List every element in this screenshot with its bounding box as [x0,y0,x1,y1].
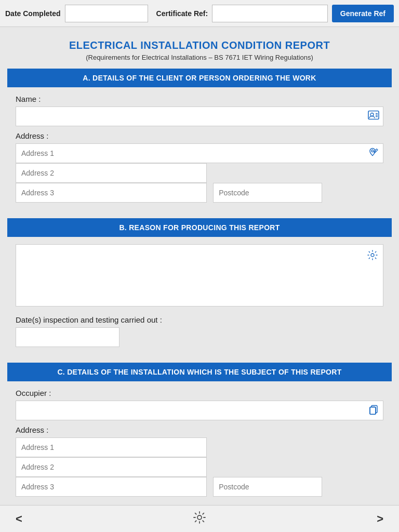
address1-input-c[interactable] [16,437,207,457]
reason-textarea[interactable] [16,244,383,307]
report-subtitle: (Requirements for Electrical Installatio… [7,54,392,61]
name-field-row: Name : [16,95,383,126]
report-title-block: ELECTRICAL INSTALLATION CONDITION REPORT [7,39,392,51]
section-c-body: Occupier : Address : [7,381,392,506]
section-b-header: B. REASON FOR PRODUCING THIS REPORT [7,218,392,237]
report-title: ELECTRICAL INSTALLATION CONDITION REPORT [7,39,392,51]
section-c-header: C. DETAILS OF THE INSTALLATION WHICH IS … [7,363,392,381]
date-completed-input[interactable] [65,5,148,22]
postcode-col-a [213,183,322,203]
nav-back-button[interactable]: < [16,512,22,526]
address1-input-a[interactable] [16,143,383,163]
name-label: Name : [16,95,383,103]
address3-postcode-row-a [16,183,383,203]
reason-textarea-wrapper [16,244,383,308]
address-label-a: Address : [16,131,383,140]
postcode-col-c [213,477,322,497]
top-bar: Date Completed Certificate Ref: Generate… [0,0,399,27]
svg-point-10 [197,515,202,520]
nav-forward-button[interactable]: > [377,512,383,526]
name-input-wrapper [16,107,383,126]
generate-ref-button[interactable]: Generate Ref [332,5,394,22]
occupier-field-row: Occupier : [16,389,383,420]
cert-ref-label: Certificate Ref: [156,9,208,18]
date-completed-label: Date Completed [5,9,61,18]
address1-wrapper-a [16,143,383,163]
postcode-input-c[interactable] [213,477,322,497]
occupier-input-wrapper [16,401,383,420]
address3-input-a[interactable] [16,183,207,203]
date-inspection-label: Date(s) inspection and testing carried o… [16,315,383,324]
nav-settings-icon[interactable] [192,510,207,528]
address2-input-c[interactable] [16,457,207,477]
occupier-input[interactable] [16,401,383,420]
occupier-label: Occupier : [16,389,383,397]
address2-input-a[interactable] [16,163,207,183]
section-a-header: A. DETAILS OF THE CLIENT OR PERSON ORDER… [7,69,392,87]
address3-input-c[interactable] [16,477,207,497]
main-content: ELECTRICAL INSTALLATION CONDITION REPORT… [0,27,399,532]
bottom-nav: < > [0,505,399,532]
section-b-body: Date(s) inspection and testing carried o… [7,237,392,356]
name-input[interactable] [16,107,383,126]
section-a-body: Name : Address : [7,87,392,212]
postcode-input-a[interactable] [213,183,322,203]
date-inspection-input[interactable] [16,327,119,347]
address3-postcode-row-c [16,477,383,497]
address-label-c: Address : [16,425,383,434]
cert-ref-input[interactable] [212,5,328,22]
